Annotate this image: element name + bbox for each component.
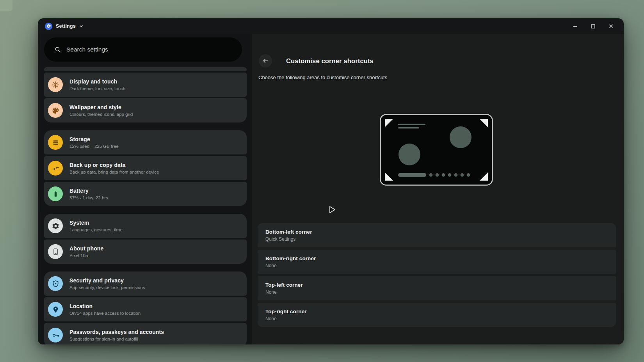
chevron-down-icon[interactable] [79,24,84,28]
shortcut-title: Top-right corner [265,309,607,314]
back-button[interactable] [259,54,272,67]
shortcut-value: Quick Settings [265,236,607,242]
sidebar-item-title: Back up or copy data [69,162,159,168]
location-pin-icon [48,302,63,317]
sidebar-item-subtitle: Pixel 10a [69,253,103,258]
sidebar-item-title: Security and privacy [69,277,145,284]
sidebar-group-storage: Storage 12% used – 225 GB free Back up o… [44,130,247,206]
shortcut-list: Bottom-left corner Quick Settings Bottom… [258,223,616,327]
storage-icon [48,135,63,150]
sidebar-item-subtitle: Languages, gestures, time [69,227,123,232]
sidebar-item-title: Passwords, passkeys and accounts [69,329,164,335]
back-arrow-icon [262,57,269,64]
minimize-button[interactable] [569,20,581,32]
shortcut-item-top-left[interactable]: Top-left corner None [258,276,616,300]
sidebar-item-texts: Security and privacy App security, devic… [69,277,145,290]
shield-icon [48,276,63,291]
shortcut-item-bottom-right[interactable]: Bottom-right corner None [258,250,616,274]
sidebar-item-subtitle: 12% used – 225 GB free [69,144,119,149]
phone-icon [48,244,63,259]
sidebar-item-battery[interactable]: Battery 57% - 1 day, 22 hrs [44,182,247,206]
sidebar-item-passwords[interactable]: Passwords, passkeys and accounts Suggest… [44,323,247,344]
mouse-cursor-icon [327,205,337,215]
sidebar-item-subtitle: Dark theme, font size, touch [69,86,125,91]
sidebar-item-subtitle: Suggestions for sign-in and autofill [69,337,164,341]
sidebar-item-title: Wallpaper and style [69,104,133,110]
sidebar-group-security: Security and privacy App security, devic… [44,272,247,344]
close-button[interactable] [605,20,617,32]
close-icon [608,24,614,29]
sidebar-item-subtitle: Colours, themed icons, app grid [69,112,133,117]
sidebar-item-storage[interactable]: Storage 12% used – 225 GB free [44,130,247,154]
sidebar-item-texts: Storage 12% used – 225 GB free [69,136,119,149]
sidebar-item-title: System [69,220,123,226]
shortcut-item-bottom-left[interactable]: Bottom-left corner Quick Settings [258,223,616,247]
desktop-corner-accent [0,0,12,11]
settings-window: Settings [38,18,624,344]
corner-shortcuts-panel: Customise corner shortcuts Choose the fo… [252,34,624,344]
search-input[interactable] [66,46,222,53]
maximize-button[interactable] [587,20,599,32]
brightness-icon [48,77,63,92]
sidebar-item-texts: Location On/14 apps have access to locat… [69,303,141,316]
palette-icon [48,103,63,118]
sidebar-item-title: Battery [69,188,108,194]
shortcut-item-top-right[interactable]: Top-right corner None [258,303,616,327]
sidebar-item-texts: System Languages, gestures, time [69,220,123,232]
panel-header: Customise corner shortcuts [259,54,374,67]
sidebar-item-texts: Display and touch Dark theme, font size,… [69,78,125,91]
shortcut-value: None [265,289,607,295]
sidebar-item-subtitle: On/14 apps have access to location [69,311,141,316]
page-title: Customise corner shortcuts [286,57,374,65]
maximize-icon [591,24,596,29]
sidebar-item-texts: Battery 57% - 1 day, 22 hrs [69,188,108,200]
device-corners-illustration [380,114,493,186]
shortcut-title: Bottom-left corner [265,229,607,235]
sidebar-item-system[interactable]: System Languages, gestures, time [44,214,247,238]
minimize-icon [573,24,578,29]
sidebar-item-texts: About phone Pixel 10a [69,245,103,258]
sidebar-item-texts: Back up or copy data Back up data, bring… [69,162,159,174]
key-icon [48,328,63,342]
battery-icon [48,186,63,201]
page-description: Choose the following areas to customise … [258,75,387,80]
shortcut-title: Top-left corner [265,282,607,288]
sidebar-item-subtitle: Back up data, bring data from another de… [69,170,159,174]
sidebar-item-wallpaper-and-style[interactable]: Wallpaper and style Colours, themed icon… [44,98,247,122]
window-title: Settings [56,23,76,29]
sidebar-item-subtitle: App security, device lock, permissions [69,285,145,290]
sidebar-item-backup[interactable]: Back up or copy data Back up data, bring… [44,156,247,180]
sidebar-item-texts: Wallpaper and style Colours, themed icon… [69,104,133,117]
sidebar-item-texts: Passwords, passkeys and accounts Suggest… [69,329,164,341]
sidebar-item-title: Location [69,303,141,309]
sidebar-item-about-phone[interactable]: About phone Pixel 10a [44,240,247,264]
sidebar-item-title: About phone [69,245,103,252]
shortcut-title: Bottom-right corner [265,256,607,261]
titlebar: Settings [38,18,624,34]
sidebar-group-display: Display and touch Dark theme, font size,… [44,73,247,122]
gear-icon [48,218,63,233]
sidebar-item-title: Display and touch [69,78,125,85]
settings-app-icon [45,23,52,30]
gear-icon [46,24,51,28]
search-icon [54,46,61,53]
backup-arrows-icon [48,161,63,176]
sidebar-item-title: Storage [69,136,119,142]
sidebar-item-display-and-touch[interactable]: Display and touch Dark theme, font size,… [44,73,247,97]
sidebar-item-location[interactable]: Location On/14 apps have access to locat… [44,297,247,321]
shortcut-value: None [265,316,607,321]
list-item-partial[interactable] [44,67,247,71]
sidebar-group-system: System Languages, gestures, time About p… [44,214,247,264]
shortcut-value: None [265,263,607,268]
search-bar[interactable] [44,37,242,62]
sidebar-item-security-and-privacy[interactable]: Security and privacy App security, devic… [44,272,247,296]
sidebar-item-subtitle: 57% - 1 day, 22 hrs [69,195,108,200]
sidebar: Display and touch Dark theme, font size,… [38,34,252,344]
